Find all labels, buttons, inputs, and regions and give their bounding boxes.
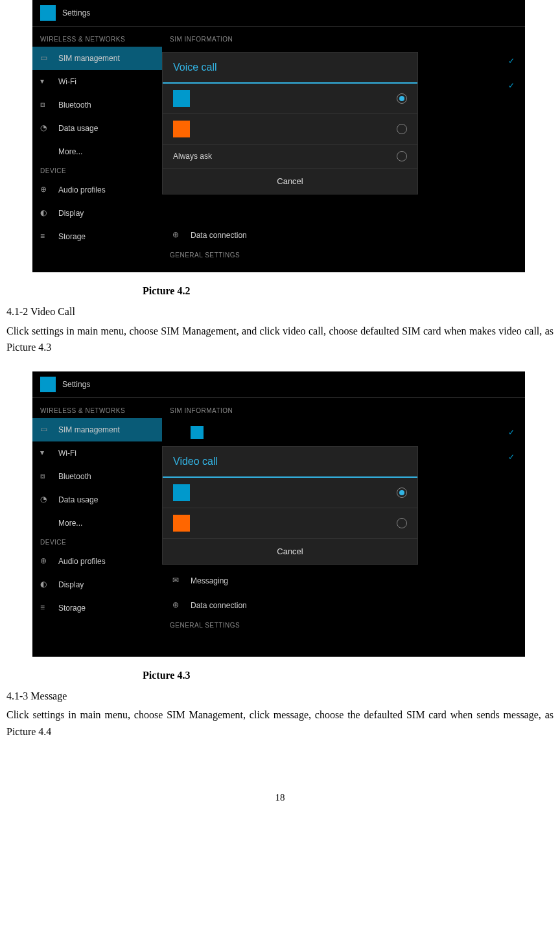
check-icon: ✓ (508, 81, 515, 90)
sidebar-storage[interactable]: ≡ Storage (32, 225, 162, 248)
blank-icon (40, 147, 51, 157)
always-ask-label: Always ask (173, 152, 212, 161)
sim-row-1[interactable]: ✓ (162, 418, 525, 447)
check-icon: ✓ (508, 56, 515, 65)
settings-header: Settings (32, 371, 525, 398)
sidebar-wifi[interactable]: ▾ Wi-Fi (32, 70, 162, 93)
paragraph-video-call: Click settings in main menu, choose SIM … (6, 323, 554, 356)
sidebar-label: Bluetooth (58, 472, 91, 481)
sidebar-more[interactable]: More... (32, 140, 162, 163)
dialog-title: Voice call (163, 53, 417, 84)
section-wireless: WIRELESS & NETWORKS (32, 32, 162, 47)
settings-app-icon (40, 5, 56, 21)
settings-header: Settings (32, 0, 525, 27)
heading-message: 4.1-3 Message (6, 688, 554, 705)
messaging-row[interactable]: ✉ Messaging (162, 569, 525, 593)
globe-icon: ⊕ (172, 230, 183, 241)
sidebar-wifi[interactable]: ▾ Wi-Fi (32, 441, 162, 465)
dialog-option-sim1[interactable] (163, 84, 417, 114)
cancel-button[interactable]: Cancel (163, 539, 417, 564)
sidebar-data-usage[interactable]: ◔ Data usage (32, 117, 162, 140)
storage-icon: ≡ (40, 231, 51, 242)
section-sim-info: SIM INFORMATION (162, 32, 525, 47)
settings-app-icon (40, 377, 56, 392)
sidebar-audio[interactable]: ⊕ Audio profiles (32, 178, 162, 202)
sim2-chip-icon (173, 515, 190, 532)
sidebar-bluetooth[interactable]: ⧈ Bluetooth (32, 465, 162, 488)
sidebar-label: Bluetooth (58, 100, 91, 110)
radio-unselected[interactable] (397, 124, 407, 134)
heading-video-call: 4.1-2 Video Call (6, 303, 554, 320)
sidebar-data-usage[interactable]: ◔ Data usage (32, 488, 162, 511)
storage-icon: ≡ (40, 603, 51, 613)
figure-caption-2: Picture 4.3 (6, 670, 554, 681)
item-label: Messaging (191, 576, 228, 585)
dialog-option-always-ask[interactable]: Always ask (163, 145, 417, 169)
radio-unselected[interactable] (397, 151, 407, 161)
section-general: GENERAL SETTINGS (162, 248, 525, 263)
data-connection-row[interactable]: ⊕ Data connection (162, 593, 525, 618)
video-call-dialog: Video call Cancel (162, 446, 418, 565)
sidebar-audio[interactable]: ⊕ Audio profiles (32, 550, 162, 573)
radio-unselected[interactable] (397, 518, 407, 528)
sim-icon: ▭ (40, 425, 51, 435)
sidebar-label: SIM management (58, 54, 120, 63)
sidebar-label: Storage (58, 232, 86, 241)
audio-icon: ⊕ (40, 556, 51, 567)
header-title: Settings (62, 8, 90, 18)
wifi-icon: ▾ (40, 76, 51, 87)
sidebar-label: Audio profiles (58, 185, 106, 194)
radio-selected[interactable] (397, 93, 407, 104)
sidebar-label: Audio profiles (58, 557, 106, 566)
message-icon: ✉ (172, 576, 183, 586)
wifi-icon: ▾ (40, 448, 51, 458)
header-title: Settings (62, 380, 90, 389)
sidebar-label: Data usage (58, 495, 98, 504)
sim1-chip-icon (173, 484, 190, 501)
sim-icon: ▭ (40, 53, 51, 64)
dialog-option-sim2[interactable] (163, 114, 417, 145)
sidebar-bluetooth[interactable]: ⧈ Bluetooth (32, 93, 162, 117)
sidebar-storage[interactable]: ≡ Storage (32, 596, 162, 620)
section-sim-info: SIM INFORMATION (162, 403, 525, 418)
sim2-chip-icon (173, 121, 190, 137)
settings-sidebar: WIRELESS & NETWORKS ▭ SIM management ▾ W… (32, 398, 162, 656)
data-connection-row[interactable]: ⊕ Data connection (162, 223, 525, 248)
sidebar-more[interactable]: More... (32, 511, 162, 535)
audio-icon: ⊕ (40, 185, 51, 195)
blank-icon (40, 518, 51, 528)
check-icon: ✓ (508, 452, 515, 462)
section-device: DEVICE (32, 163, 162, 178)
bluetooth-icon: ⧈ (40, 471, 51, 482)
bluetooth-icon: ⧈ (40, 100, 51, 110)
sidebar-label: Storage (58, 604, 86, 613)
sidebar-label: Wi-Fi (58, 77, 76, 86)
sidebar-label: Data usage (58, 124, 98, 133)
screenshot-voice-call: Settings WIRELESS & NETWORKS ▭ SIM manag… (32, 0, 525, 272)
voice-call-dialog: Voice call Always ask Cancel (162, 52, 418, 194)
sidebar-label: Display (58, 580, 84, 589)
display-icon: ◐ (40, 208, 51, 218)
sidebar-label: Display (58, 209, 84, 218)
sidebar-sim-management[interactable]: ▭ SIM management (32, 47, 162, 70)
page-number: 18 (6, 792, 554, 803)
sidebar-label: SIM management (58, 425, 120, 434)
section-wireless: WIRELESS & NETWORKS (32, 403, 162, 418)
figure-caption-1: Picture 4.2 (6, 285, 554, 297)
dialog-option-sim1[interactable] (163, 478, 417, 508)
data-icon: ◔ (40, 123, 51, 134)
screenshot-video-call: Settings WIRELESS & NETWORKS ▭ SIM manag… (32, 371, 525, 657)
dialog-option-sim2[interactable] (163, 508, 417, 539)
sidebar-display[interactable]: ◐ Display (32, 573, 162, 596)
paragraph-message: Click settings in main menu, choose SIM … (6, 707, 554, 740)
sidebar-display[interactable]: ◐ Display (32, 202, 162, 225)
settings-sidebar: WIRELESS & NETWORKS ▭ SIM management ▾ W… (32, 27, 162, 272)
display-icon: ◐ (40, 580, 51, 590)
radio-selected[interactable] (397, 488, 407, 498)
sidebar-sim-management[interactable]: ▭ SIM management (32, 418, 162, 441)
sidebar-label: More... (58, 519, 82, 528)
item-label: Data connection (191, 601, 247, 610)
cancel-button[interactable]: Cancel (163, 169, 417, 194)
item-label: Data connection (191, 231, 247, 240)
sidebar-label: Wi-Fi (58, 449, 76, 458)
